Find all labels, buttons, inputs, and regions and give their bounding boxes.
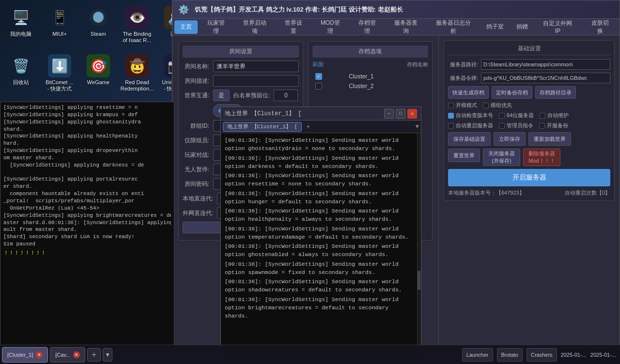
desktop-icon-wegame[interactable]: 🎯 WeGame [81,52,115,94]
archive-name-2: Cluster_2 [346,81,428,91]
desktop-icon-bitcomet[interactable]: ⬇️ BitComet ...- 快捷方式 [43,52,77,94]
start-server-btn[interactable]: 开启服务器 [448,169,610,186]
checkbox-row-1: 开模模式 模组优先 [448,102,610,109]
taskbar-item-cluster1[interactable]: [Cluster_1] ✕ [2,347,48,363]
cb-auto-maintain-box [540,113,545,119]
save-basic-btn[interactable]: 保存基础设置 [448,132,491,146]
timed-save-btn[interactable]: 定时备份存档 [492,86,532,99]
nav-player-mgmt[interactable]: 玩家管理 [199,20,233,34]
desktop-icon-isaac[interactable]: 👁️ The Binding of Isaac R... [120,4,154,46]
terminal-line-0: [00:01:36]: [SyncWorldSettings] Sending … [225,136,413,153]
desktop: 🖥️ 我的电脑 📱 MIUI+ [0,0,620,364]
archive-table: ✓ Cluster_1 Cluster_2 [312,72,429,91]
archive-settings-title: 存档选项 [312,46,429,58]
desktop-icon-steam[interactable]: Steam [81,4,115,39]
world-toggle-row: 世界互通: 是 白名单预留位: [183,90,299,101]
float-terminal-scrollbar-thumb[interactable] [418,271,420,290]
reload-world-btn[interactable]: 重新加载世界 [528,132,571,146]
server-path-row: 服务器路径: D:\SteamLibrary\steamapps\common\ [448,59,610,70]
auto-restart-label: 自动重启次数【0】 [565,189,610,197]
nav-world-launch[interactable]: 世界启动项 [234,20,275,34]
float-tab-add[interactable]: + [304,122,312,131]
float-terminal-scrollbar[interactable] [417,133,421,363]
app-title-icon: ⚙️ [178,4,189,15]
save-actions-row: 保存基础设置 立即保存 重新加载世界 [448,132,610,146]
nav-dove-room[interactable]: 鸽子室 [480,20,510,34]
float-terminal-titlebar: 地上世界 【Cluster_1】 [ — □ ✕ [221,107,421,121]
nav-donate[interactable]: 捐赠 [511,20,534,34]
terminal-line-1: [00:01:36]: [SyncWorldSettings] Sending … [225,154,413,171]
nav-server-query[interactable]: 服务器查询 [386,20,426,34]
close-server-btn[interactable]: 关闭服务器 (并保存) [483,149,520,166]
password-label: 房间密码: [183,180,209,188]
archive-checkbox-2[interactable] [312,81,346,91]
terminal-line-6: [00:01:36]: [SyncWorldSettings] Sending … [225,242,413,259]
cb-open-backup-box [539,123,545,129]
cb-open-mod-label: 开模模式 [456,102,477,109]
taskbar-launcher[interactable]: Launcher [462,348,493,362]
cb-open-backup-label: 开服备份 [547,122,568,129]
app-title-text: 饥荒【鸽子鸽】开发工具 鸽之力 lv.102 作者: 长鸽门廷 设计赞助: 老赵… [195,5,403,14]
nav-home[interactable]: 主页 [174,20,198,34]
checkbox-row-3: 自动重启服务器 管理员指令 开服备份 [448,122,610,129]
nav-world-settings[interactable]: 世界设置 [276,20,311,34]
terminal-maximize-btn[interactable]: □ [396,109,405,119]
nav-mod-mgmt[interactable]: MOD管理 [312,20,349,34]
wegame-label: WeGame [87,79,109,86]
terminal-text: [SyncWorldSettings] applying resettime =… [3,104,171,248]
nav-archive-mgmt[interactable]: 存档管理 [350,20,385,34]
cb-mod-priority[interactable]: 模组优先 [483,102,512,109]
refresh-btn[interactable]: 刷新 [312,61,324,69]
archive-checkbox-1[interactable]: ✓ [312,72,346,81]
desktop-icon-recycle[interactable]: 🗑️ 回收站 [4,52,38,94]
nav-custom-ip[interactable]: 自定义外网IP [535,20,581,34]
terminal-line-2: [00:01:36]: [SyncWorldSettings] Sending … [225,171,413,188]
world-toggle-btn[interactable]: 是 [213,90,230,101]
terminal-content-left: [SyncWorldSettings] applying resettime =… [0,102,174,348]
server-path-value: D:\SteamLibrary\steamapps\common\ [481,59,610,70]
cb-auto-maintain[interactable]: 自动维护 [540,112,569,119]
cb-open-mod[interactable]: 开模模式 [448,102,477,109]
quick-save-btn[interactable]: 快速生成存档 [448,86,489,99]
taskbar-right: Launcher Brotato Crashers 2025-01-... 20… [462,348,618,362]
room-name-label: 房间名称: [183,62,209,71]
nav-skin-switch[interactable]: 皮肤切换 [583,20,618,34]
desktop-icon-my-computer[interactable]: 🖥️ 我的电脑 [4,4,38,39]
taskbar-crashers[interactable]: Crashers [527,348,557,362]
app-titlebar: ⚙️ 饥荒【鸽子鸽】开发工具 鸽之力 lv.102 作者: 长鸽门廷 设计赞助:… [172,0,620,19]
room-name-input[interactable] [213,61,299,72]
float-tab-active[interactable]: 地上世界 【Cluster_1】 [ [223,122,302,132]
terminal-close-btn[interactable]: ✕ [407,109,417,119]
save-path-btn[interactable]: 存档路径目录 [535,86,576,99]
room-desc-input[interactable] [213,75,299,87]
desktop-icon-miui[interactable]: 📱 MIUI+ [43,4,77,39]
cb-auto-restart-box [448,123,454,129]
restart-world-btn[interactable]: 重置世界 [448,149,480,162]
whitelist-input[interactable] [274,90,298,101]
save-now-btn[interactable]: 立即保存 [494,132,526,146]
recycle-icon: 🗑️ [9,54,32,77]
cb-auto-check-ver[interactable]: 自动检查版本号 [448,112,493,119]
cb-64bit[interactable]: 64位服务器 [499,112,534,119]
desktop-icon-rdr[interactable]: 🤠 Red DeadRedemption... [120,52,154,94]
steam-icon [87,6,110,29]
cb-admin-cmd[interactable]: 管理员指令 [499,122,533,129]
desktop-icons-area: 🖥️ 我的电脑 📱 MIUI+ [0,0,197,49]
float-terminal: 地上世界 【Cluster_1】 [ — □ ✕ 地上世界 【Cluster_1… [220,106,421,363]
taskbar-add-btn[interactable]: + [87,348,101,362]
app-nav: 主页 玩家管理 世界启动项 世界设置 MOD管理 存档管理 服务器查询 服务器日… [172,19,620,35]
nav-log-analysis[interactable]: 服务器日志分析 [427,20,480,34]
cb-auto-restart[interactable]: 自动重启服务器 [448,122,493,129]
taskbar-arrow-btn[interactable]: ▼ [103,348,112,362]
taskbar-brotato[interactable]: Brotato [497,348,523,362]
taskbar-cluster1-close[interactable]: ✕ [36,351,43,358]
delete-mod-btn[interactable]: 删除服务器 Mod！！！ [523,149,560,166]
taskbar-cav-close[interactable]: ✕ [73,351,80,358]
cb-open-backup[interactable]: 开服备份 [539,122,568,129]
taskbar-item-cav[interactable]: [Cav... ✕ [50,347,85,363]
float-tab-arrow[interactable]: ▼ [416,123,419,130]
terminal-line-7: [00:01:36]: [SyncWorldSettings] Sending … [225,260,413,277]
desktop-icons-row2: 🗑️ 回收站 ⬇️ BitComet ...- 快捷方式 🎯 WeGame 🤠 … [0,48,197,98]
nav-right-buttons: 自定义外网IP 皮肤切换 [535,20,618,34]
terminal-minimize-btn[interactable]: — [384,109,394,119]
